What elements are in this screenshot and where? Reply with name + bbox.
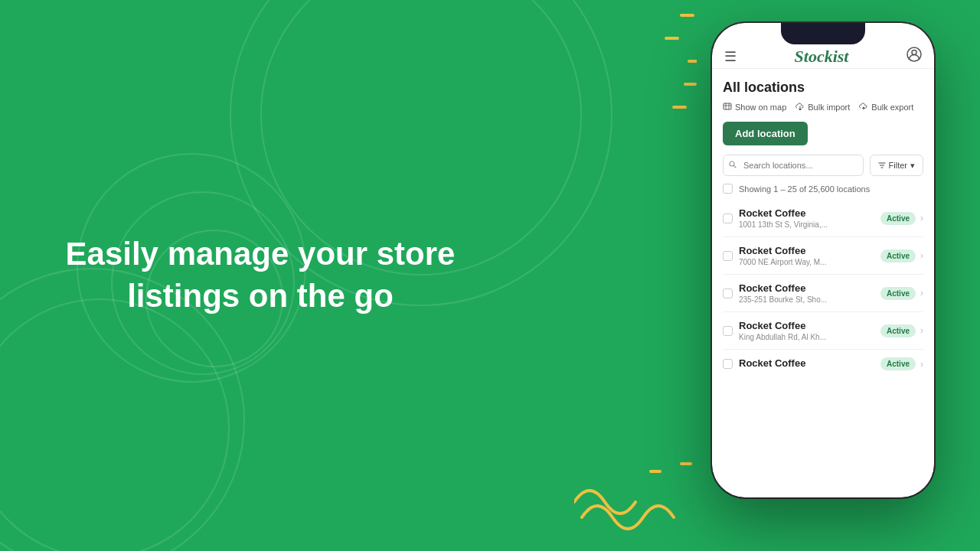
svg-point-8: [912, 51, 916, 55]
chevron-right-icon-4[interactable]: ›: [920, 325, 923, 336]
action-links: Show on map Bulk import Bulk export: [723, 102, 923, 112]
item-info-1: Rocket Coffee 1001 13th St S, Virginia,.…: [739, 207, 874, 229]
item-right-2: Active ›: [880, 249, 923, 262]
bulk-import-label: Bulk import: [808, 103, 850, 112]
show-on-map-label: Show on map: [735, 103, 786, 112]
status-badge-1: Active: [880, 212, 916, 225]
app-content: All locations Show on map Bulk import: [712, 69, 934, 497]
search-input[interactable]: [723, 155, 864, 176]
filter-icon: [878, 161, 886, 169]
status-badge-5: Active: [880, 357, 916, 370]
hamburger-icon[interactable]: ☰: [724, 48, 737, 65]
status-badge-3: Active: [880, 287, 916, 300]
hero-text-line2: listings on the go: [127, 278, 394, 314]
app-logo: Stockist: [795, 47, 849, 67]
hero-text-line1: Easily manage your store: [66, 236, 456, 272]
item-address-4: King Abdullah Rd, Al Kh...: [739, 333, 874, 341]
select-all-checkbox[interactable]: [723, 184, 733, 194]
list-item[interactable]: Rocket Coffee King Abdullah Rd, Al Kh...…: [723, 312, 923, 350]
item-right-1: Active ›: [880, 212, 923, 225]
showing-count: Showing 1 – 25 of 25,600 locations: [723, 184, 923, 194]
page-title: All locations: [723, 80, 923, 96]
chevron-right-icon-1[interactable]: ›: [920, 213, 923, 223]
phone-frame: ☰ Stockist All locations: [712, 23, 934, 497]
chevron-right-icon-2[interactable]: ›: [920, 250, 923, 261]
bulk-import-link[interactable]: Bulk import: [795, 102, 850, 112]
search-wrapper: [723, 155, 864, 176]
item-checkbox-4[interactable]: [723, 326, 733, 336]
cloud-download-icon: [859, 102, 868, 112]
phone-mockup: ☰ Stockist All locations: [712, 23, 934, 497]
search-filter-row: Filter ▾: [723, 155, 923, 176]
bulk-export-link[interactable]: Bulk export: [859, 102, 913, 112]
cloud-upload-icon: [795, 102, 805, 112]
item-address-3: 235-251 Bourke St, Sho...: [739, 295, 874, 304]
item-info-5: Rocket Coffee: [739, 357, 874, 370]
chevron-right-icon-5[interactable]: ›: [920, 359, 923, 370]
map-icon: [723, 102, 732, 112]
list-item[interactable]: Rocket Coffee 235-251 Bourke St, Sho... …: [723, 275, 923, 312]
list-item[interactable]: Rocket Coffee 7000 NE Airport Way, M... …: [723, 237, 923, 275]
item-checkbox-3[interactable]: [723, 289, 733, 298]
phone-screen: ☰ Stockist All locations: [712, 23, 934, 497]
filter-label: Filter: [889, 161, 907, 170]
search-icon: [729, 161, 737, 170]
item-checkbox-1[interactable]: [723, 214, 733, 223]
user-icon[interactable]: [906, 47, 922, 66]
filter-chevron-icon: ▾: [910, 161, 915, 171]
show-on-map-link[interactable]: Show on map: [723, 102, 786, 112]
phone-notch: [781, 23, 865, 44]
location-list: Rocket Coffee 1001 13th St S, Virginia,.…: [723, 200, 923, 378]
item-name-1: Rocket Coffee: [739, 207, 874, 219]
showing-count-text: Showing 1 – 25 of 25,600 locations: [739, 184, 870, 194]
item-name-4: Rocket Coffee: [739, 320, 874, 331]
hero-text: Easily manage your store listings on the…: [66, 233, 456, 317]
status-badge-4: Active: [880, 324, 916, 337]
item-right-3: Active ›: [880, 287, 923, 300]
svg-rect-9: [724, 103, 731, 109]
item-name-5: Rocket Coffee: [739, 357, 874, 369]
chevron-right-icon-3[interactable]: ›: [920, 288, 923, 298]
svg-line-11: [734, 166, 737, 168]
item-name-3: Rocket Coffee: [739, 282, 874, 294]
item-info-2: Rocket Coffee 7000 NE Airport Way, M...: [739, 245, 874, 266]
status-badge-2: Active: [880, 249, 916, 262]
item-info-4: Rocket Coffee King Abdullah Rd, Al Kh...: [739, 320, 874, 341]
list-item[interactable]: Rocket Coffee Active ›: [723, 350, 923, 378]
hero-section: Easily manage your store listings on the…: [0, 0, 521, 551]
item-right-4: Active ›: [880, 324, 923, 337]
item-info-3: Rocket Coffee 235-251 Bourke St, Sho...: [739, 282, 874, 304]
list-item[interactable]: Rocket Coffee 1001 13th St S, Virginia,.…: [723, 200, 923, 237]
item-name-2: Rocket Coffee: [739, 245, 874, 256]
add-location-button[interactable]: Add location: [723, 122, 808, 145]
item-checkbox-5[interactable]: [723, 359, 733, 369]
item-address-1: 1001 13th St S, Virginia,...: [739, 220, 874, 229]
bulk-export-label: Bulk export: [871, 103, 913, 112]
item-address-2: 7000 NE Airport Way, M...: [739, 258, 874, 266]
item-checkbox-2[interactable]: [723, 251, 733, 261]
filter-button[interactable]: Filter ▾: [870, 155, 923, 176]
item-right-5: Active ›: [880, 357, 923, 370]
